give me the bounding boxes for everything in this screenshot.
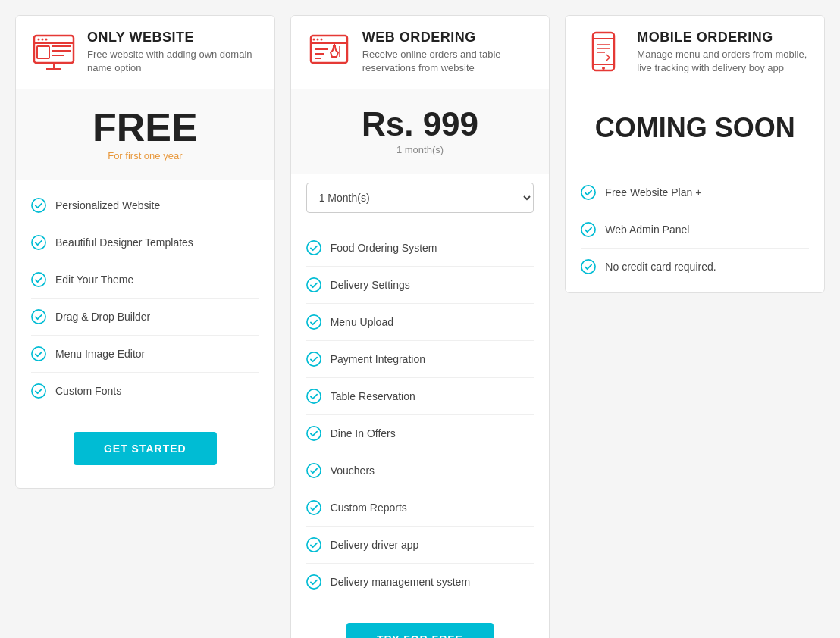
web-ordering-cta-button[interactable]: TRY FOR FREE xyxy=(346,623,494,638)
plan-header-only-website: ONLY WEBSITE Free website with adding ow… xyxy=(16,16,274,89)
coming-soon-label: COMING SOON xyxy=(566,89,824,167)
feature-item: No credit card required. xyxy=(581,249,809,285)
feature-item: Web Admin Panel xyxy=(581,211,809,249)
feature-label: Table Reservation xyxy=(331,390,415,402)
svg-point-44 xyxy=(581,186,595,199)
feature-item: Delivery Settings xyxy=(306,267,534,304)
plan-subtitle: Free website with adding own domain name… xyxy=(87,48,259,75)
price-box: Rs. 999 1 month(s) xyxy=(291,89,550,174)
svg-point-45 xyxy=(581,223,595,236)
only-website-cta-button[interactable]: GET STARTED xyxy=(74,432,217,465)
feature-label: Web Admin Panel xyxy=(605,224,689,236)
feature-item: Persionalized Website xyxy=(31,187,259,224)
svg-point-9 xyxy=(42,39,44,41)
plan-title: WEB ORDERING xyxy=(362,30,534,45)
svg-point-46 xyxy=(581,260,595,274)
price-period: 1 month(s) xyxy=(306,144,534,155)
feature-label: Vouchers xyxy=(331,464,375,477)
feature-item: Custom Reports xyxy=(306,489,534,527)
feature-item: Edit Your Theme xyxy=(31,261,259,299)
svg-point-14 xyxy=(32,310,45,324)
svg-point-29 xyxy=(307,315,321,329)
feature-label: Menu Image Editor xyxy=(55,348,145,360)
feature-item: Delivery driver app xyxy=(306,527,534,564)
price-value: Rs. 999 xyxy=(306,108,534,141)
feature-label: Dine In Offers xyxy=(331,427,396,439)
svg-point-13 xyxy=(32,273,45,286)
feature-label: Payment Integration xyxy=(331,353,425,365)
svg-point-40 xyxy=(602,67,605,70)
svg-point-34 xyxy=(307,501,321,514)
price-box: FREE For first one year xyxy=(16,89,274,180)
plan-subtitle: Receive online orders and table reservat… xyxy=(362,48,534,75)
feature-label: Drag & Drop Builder xyxy=(55,311,150,323)
svg-point-30 xyxy=(307,352,321,366)
mobile-icon xyxy=(581,30,626,75)
svg-point-8 xyxy=(38,39,40,41)
svg-point-10 xyxy=(45,39,48,41)
svg-point-28 xyxy=(307,278,321,292)
plan-card-web-ordering: WEB ORDERING Receive online orders and t… xyxy=(290,15,550,638)
plan-card-only-website: ONLY WEBSITE Free website with adding ow… xyxy=(15,15,275,489)
svg-point-27 xyxy=(307,241,321,255)
svg-point-16 xyxy=(32,384,45,398)
feature-label: Menu Upload xyxy=(331,316,393,328)
svg-point-31 xyxy=(307,389,321,403)
svg-point-33 xyxy=(307,464,321,477)
svg-point-35 xyxy=(307,538,321,552)
features-list: Persionalized Website Beautiful Designer… xyxy=(16,180,274,417)
svg-point-15 xyxy=(32,347,45,361)
feature-item: Payment Integration xyxy=(306,341,534,378)
feature-label: Beautiful Designer Templates xyxy=(55,236,193,249)
feature-item: Menu Upload xyxy=(306,304,534,341)
feature-label: Custom Fonts xyxy=(55,385,121,397)
feature-label: Edit Your Theme xyxy=(55,274,133,286)
ordering-icon xyxy=(306,30,352,75)
feature-item: Custom Fonts xyxy=(31,373,259,409)
svg-point-11 xyxy=(32,199,45,212)
feature-item: Drag & Drop Builder xyxy=(31,299,259,336)
plan-select-box: 1 Month(s)3 Month(s)6 Month(s)12 Month(s… xyxy=(291,174,550,222)
plan-title: ONLY WEBSITE xyxy=(87,30,259,45)
feature-item: Dine In Offers xyxy=(306,415,534,452)
feature-label: Free Website Plan + xyxy=(605,186,701,199)
price-period: For first one year xyxy=(31,150,259,161)
features-list: Food Ordering System Delivery Settings M… xyxy=(291,222,550,608)
feature-label: Persionalized Website xyxy=(55,199,160,211)
svg-point-20 xyxy=(316,39,318,41)
svg-point-32 xyxy=(307,427,321,440)
feature-item: Delivery management system xyxy=(306,564,534,600)
feature-item: Food Ordering System xyxy=(306,230,534,267)
feature-item: Menu Image Editor xyxy=(31,336,259,373)
feature-label: Delivery management system xyxy=(331,576,470,588)
svg-point-19 xyxy=(312,39,315,41)
website-icon xyxy=(31,30,77,75)
svg-point-21 xyxy=(320,39,322,41)
plan-title: MOBILE ORDERING xyxy=(637,30,809,45)
plan-header-mobile-ordering: MOBILE ORDERING Manage menu and orders f… xyxy=(566,16,824,89)
feature-label: Delivery driver app xyxy=(331,539,419,551)
feature-item: Table Reservation xyxy=(306,378,534,415)
plan-card-mobile-ordering: MOBILE ORDERING Manage menu and orders f… xyxy=(565,15,825,293)
feature-label: No credit card required. xyxy=(605,261,716,273)
feature-item: Beautiful Designer Templates xyxy=(31,224,259,261)
plan-cta: TRY FOR FREE xyxy=(291,608,550,638)
plan-subtitle: Manage menu and orders from mobile, live… xyxy=(637,48,809,75)
svg-point-12 xyxy=(32,236,45,249)
feature-item: Free Website Plan + xyxy=(581,174,809,211)
svg-point-36 xyxy=(307,575,321,589)
price-value: FREE xyxy=(31,108,259,147)
duration-select[interactable]: 1 Month(s)3 Month(s)6 Month(s)12 Month(s… xyxy=(306,183,534,213)
features-list: Free Website Plan + Web Admin Panel No c… xyxy=(566,167,824,292)
plan-header-web-ordering: WEB ORDERING Receive online orders and t… xyxy=(291,16,550,89)
plan-cta: GET STARTED xyxy=(16,417,274,488)
feature-item: Vouchers xyxy=(306,452,534,489)
svg-rect-2 xyxy=(37,46,49,58)
pricing-container: ONLY WEBSITE Free website with adding ow… xyxy=(15,15,825,638)
feature-label: Delivery Settings xyxy=(331,279,410,291)
feature-label: Custom Reports xyxy=(331,502,407,514)
feature-label: Food Ordering System xyxy=(331,242,437,254)
